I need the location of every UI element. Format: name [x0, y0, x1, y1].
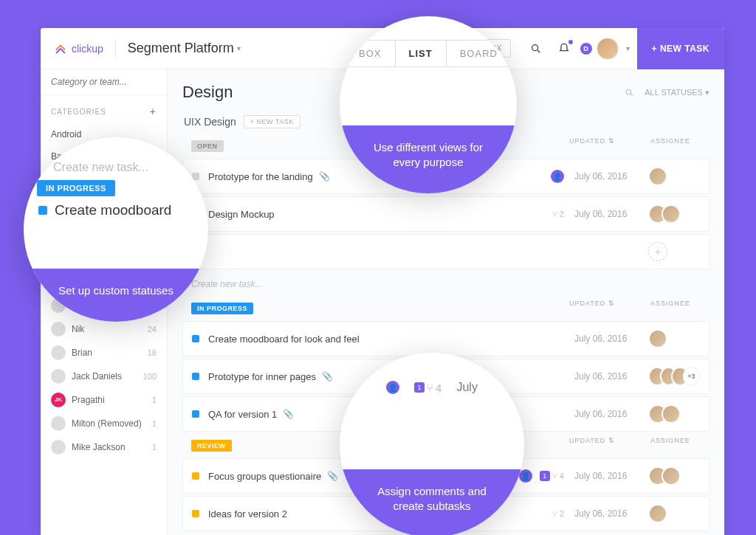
task-title: Focus groups questionaire — [208, 471, 321, 482]
attachment-icon[interactable]: 📎 — [322, 371, 333, 382]
status-in-progress: IN PROGRESS — [37, 180, 115, 196]
bell-icon[interactable] — [552, 37, 576, 61]
subtask-count-badge: 1 — [414, 382, 425, 393]
avatar: JK — [51, 393, 66, 407]
task-date: July 06, 2016 — [574, 409, 648, 419]
task-row[interactable]: Create moodboard for look and feelJuly 0… — [182, 321, 709, 356]
task-date: July 06, 2016 — [574, 471, 648, 481]
chevron-down-icon[interactable]: ▾ — [237, 44, 241, 52]
add-assignee-button[interactable]: + — [648, 242, 667, 261]
status-pill: OPEN — [191, 140, 224, 152]
avatar — [51, 416, 66, 431]
task-name: Create moodboard — [55, 202, 171, 218]
status-pill: REVIEW — [191, 440, 232, 452]
column-updated[interactable]: UPDATED ⇅ — [569, 137, 650, 153]
avatar[interactable] — [648, 167, 667, 186]
search-input[interactable] — [51, 77, 162, 87]
avatar — [51, 345, 66, 360]
divider — [115, 40, 116, 58]
subtask-icon[interactable]: 1 ⑂ 4 — [540, 471, 564, 481]
task-row[interactable]: Design Mockup⑂ 2July 06, 2016 — [182, 196, 709, 232]
avatar — [51, 322, 66, 336]
user-menu[interactable]: D ▾ — [580, 38, 630, 60]
date-label: July — [456, 381, 477, 394]
avatar — [51, 440, 66, 455]
logo-text: clickup — [72, 43, 103, 55]
task-title: Create moodboard for look and feel — [208, 334, 360, 345]
subtask-icon[interactable]: ⑂ 2 — [552, 210, 564, 218]
page-title: Design — [182, 83, 233, 102]
task-title: Ideas for version 2 — [208, 508, 287, 520]
more-assignees[interactable]: +3 — [683, 367, 700, 386]
chevron-down-icon: ▾ — [626, 44, 630, 52]
ghost-task: Create new task... — [53, 161, 148, 174]
column-updated[interactable]: UPDATED ⇅ — [569, 437, 650, 453]
view-tab[interactable]: LIST — [396, 40, 447, 67]
task-date: July 06, 2016 — [574, 371, 648, 382]
comment-icon[interactable]: 👤 — [519, 469, 532, 483]
avatar — [51, 369, 66, 384]
sidebar-team-member[interactable]: JKPragathi1 — [41, 388, 167, 412]
sidebar-team-member[interactable]: Jack Daniels100 — [41, 365, 167, 388]
task-date: July 06, 2016 — [574, 508, 648, 519]
column-assignee: ASSIGNEE — [650, 300, 709, 316]
new-task-button[interactable]: + NEW TASK — [637, 28, 724, 69]
search-icon[interactable] — [625, 88, 634, 97]
create-task-input[interactable]: Create new task... — [182, 272, 709, 297]
task-title: QA for version 1 — [208, 409, 277, 420]
workspace-name[interactable]: Segment Platform — [128, 41, 234, 56]
sidebar-team-member[interactable]: Mike Jackson1 — [41, 435, 167, 459]
svg-point-0 — [532, 44, 537, 50]
status-square — [192, 510, 199, 517]
task-title: Prototype for inner pages — [208, 371, 316, 382]
add-assignee-row: + — [182, 234, 709, 269]
new-task-button[interactable]: + NEW TASK — [244, 115, 300, 128]
clickup-logo-icon — [54, 42, 67, 55]
attachment-icon[interactable]: 📎 — [283, 409, 294, 419]
status-square — [192, 335, 199, 342]
section-title: UIX Design — [184, 116, 236, 128]
comment-icon[interactable]: 👤 — [551, 170, 564, 183]
attachment-icon[interactable]: 📎 — [319, 171, 330, 182]
search-icon[interactable] — [524, 37, 548, 61]
status-square — [192, 410, 199, 418]
avatar[interactable] — [662, 204, 681, 224]
task-title: Design Mockup — [208, 209, 275, 220]
sidebar-team-member[interactable]: Milton (Removed)1 — [41, 412, 167, 435]
avatar[interactable] — [648, 329, 667, 348]
avatar[interactable] — [648, 504, 667, 523]
sidebar-search[interactable] — [41, 69, 167, 95]
callout-views: BOXLISTBOARD Use different views for eve… — [340, 16, 517, 193]
status-filter[interactable]: ALL STATUSES ▾ — [645, 88, 709, 97]
column-updated[interactable]: UPDATED ⇅ — [569, 300, 650, 316]
attachment-icon[interactable]: 📎 — [327, 471, 338, 481]
user-badge: D — [580, 43, 592, 55]
comment-icon: 👤 — [386, 381, 399, 394]
column-assignee: ASSIGNEE — [650, 437, 709, 453]
svg-point-2 — [626, 89, 631, 94]
callout-statuses: Create new task... IN PROGRESS Create mo… — [24, 137, 208, 322]
task-date: July 06, 2016 — [574, 171, 648, 182]
avatar[interactable] — [662, 404, 681, 424]
logo[interactable]: clickup — [54, 42, 103, 55]
status-square — [192, 472, 199, 480]
status-pill: IN PROGRESS — [191, 303, 253, 314]
sidebar-team-member[interactable]: Brian18 — [41, 341, 167, 365]
task-date: July 06, 2016 — [574, 334, 648, 344]
status-square — [192, 373, 199, 380]
avatar — [597, 38, 619, 60]
callout-comments: 👤 1 ⑂ 4 July Assign comments and create … — [340, 353, 524, 535]
categories-header: CATEGORIES + — [41, 95, 167, 123]
task-date: July 06, 2016 — [574, 209, 648, 219]
subtask-icon[interactable]: ⑂ 2 — [552, 509, 564, 518]
task-title: Prototype for the landing — [208, 171, 313, 182]
column-assignee: ASSIGNEE — [650, 137, 709, 153]
avatar[interactable] — [662, 466, 681, 486]
add-category-button[interactable]: + — [150, 106, 157, 117]
